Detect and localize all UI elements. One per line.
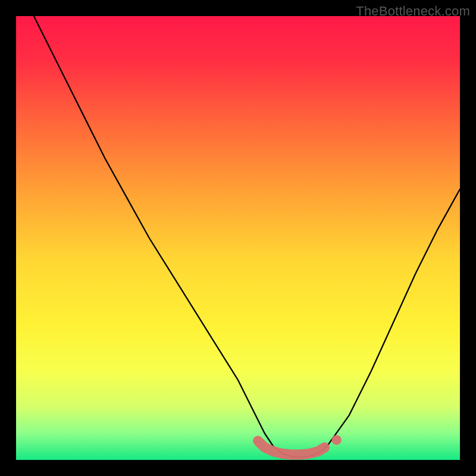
gradient-background bbox=[16, 16, 460, 460]
plot-area bbox=[16, 16, 460, 460]
watermark-text: TheBottleneck.com bbox=[356, 4, 470, 19]
highlight-dot bbox=[331, 435, 341, 444]
chart-svg bbox=[16, 16, 460, 460]
chart-frame: TheBottleneck.com bbox=[0, 0, 476, 476]
